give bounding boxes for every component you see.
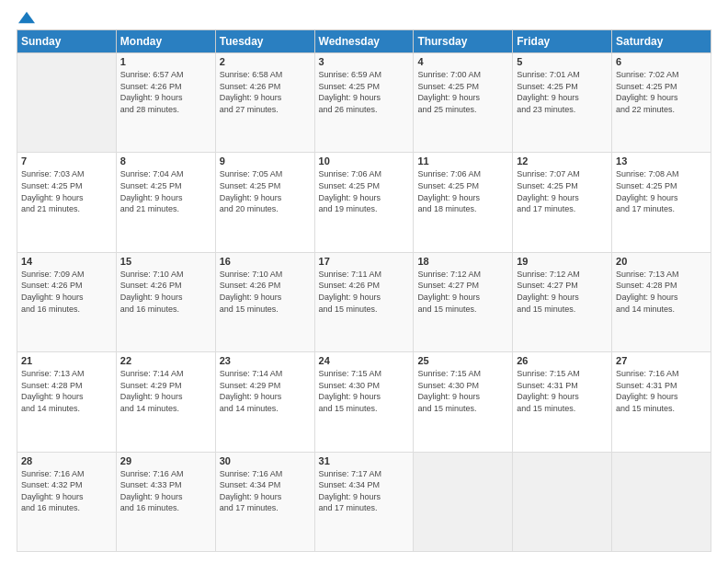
day-number: 16 [220,256,311,267]
day-info: Sunrise: 7:09 AM Sunset: 4:26 PM Dayligh… [21,269,112,315]
day-number: 5 [517,56,608,67]
day-info: Sunrise: 7:13 AM Sunset: 4:28 PM Dayligh… [616,269,707,315]
day-number: 14 [21,256,112,267]
calendar-week-row: 7Sunrise: 7:03 AM Sunset: 4:25 PM Daylig… [17,153,711,252]
day-info: Sunrise: 7:11 AM Sunset: 4:26 PM Dayligh… [319,269,410,315]
day-number: 13 [616,155,707,167]
calendar-cell: 5Sunrise: 7:01 AM Sunset: 4:25 PM Daylig… [513,53,612,153]
day-number: 10 [319,155,410,167]
day-number: 4 [417,56,508,67]
calendar-cell [612,452,711,551]
day-info: Sunrise: 7:16 AM Sunset: 4:31 PM Dayligh… [616,368,707,414]
day-number: 23 [220,355,311,366]
calendar-header-sunday: Sunday [17,30,117,53]
svg-marker-0 [18,12,35,24]
calendar-week-row: 21Sunrise: 7:13 AM Sunset: 4:28 PM Dayli… [17,352,711,452]
calendar-week-row: 14Sunrise: 7:09 AM Sunset: 4:26 PM Dayli… [17,252,711,351]
day-number: 7 [21,155,112,167]
day-number: 29 [120,455,211,466]
day-info: Sunrise: 7:05 AM Sunset: 4:25 PM Dayligh… [220,168,311,214]
calendar-cell: 14Sunrise: 7:09 AM Sunset: 4:26 PM Dayli… [17,252,117,351]
day-info: Sunrise: 7:14 AM Sunset: 4:29 PM Dayligh… [120,368,211,414]
day-number: 31 [319,455,410,466]
calendar-cell: 12Sunrise: 7:07 AM Sunset: 4:25 PM Dayli… [513,153,612,252]
day-info: Sunrise: 6:58 AM Sunset: 4:26 PM Dayligh… [220,69,311,115]
day-info: Sunrise: 7:12 AM Sunset: 4:27 PM Dayligh… [417,269,508,315]
day-number: 24 [319,355,410,366]
calendar-cell: 13Sunrise: 7:08 AM Sunset: 4:25 PM Dayli… [612,153,711,252]
calendar-cell: 17Sunrise: 7:11 AM Sunset: 4:26 PM Dayli… [314,252,414,351]
day-number: 18 [417,256,508,267]
calendar-cell: 24Sunrise: 7:15 AM Sunset: 4:30 PM Dayli… [314,352,414,452]
calendar-cell [414,452,513,551]
calendar-header-wednesday: Wednesday [314,30,414,53]
calendar-cell: 10Sunrise: 7:06 AM Sunset: 4:25 PM Dayli… [314,153,414,252]
day-info: Sunrise: 7:10 AM Sunset: 4:26 PM Dayligh… [220,269,311,315]
day-number: 19 [517,256,608,267]
calendar-cell: 22Sunrise: 7:14 AM Sunset: 4:29 PM Dayli… [116,352,215,452]
day-info: Sunrise: 7:00 AM Sunset: 4:25 PM Dayligh… [417,69,508,115]
day-number: 20 [616,256,707,267]
day-number: 2 [220,56,311,67]
day-info: Sunrise: 7:02 AM Sunset: 4:25 PM Dayligh… [616,69,707,115]
calendar-cell: 27Sunrise: 7:16 AM Sunset: 4:31 PM Dayli… [612,352,711,452]
calendar-cell: 29Sunrise: 7:16 AM Sunset: 4:33 PM Dayli… [116,452,215,551]
day-info: Sunrise: 7:15 AM Sunset: 4:30 PM Dayligh… [417,368,508,414]
calendar-header-friday: Friday [513,30,612,53]
day-info: Sunrise: 7:04 AM Sunset: 4:25 PM Dayligh… [120,168,211,214]
calendar-cell: 11Sunrise: 7:06 AM Sunset: 4:25 PM Dayli… [414,153,513,252]
day-info: Sunrise: 6:57 AM Sunset: 4:26 PM Dayligh… [120,69,211,115]
calendar-week-row: 28Sunrise: 7:16 AM Sunset: 4:32 PM Dayli… [17,452,711,551]
day-number: 30 [220,455,311,466]
day-number: 25 [417,355,508,366]
calendar-header-monday: Monday [116,30,215,53]
calendar-cell: 4Sunrise: 7:00 AM Sunset: 4:25 PM Daylig… [414,53,513,153]
day-number: 26 [517,355,608,366]
day-number: 12 [517,155,608,167]
calendar-header-thursday: Thursday [414,30,513,53]
day-info: Sunrise: 7:15 AM Sunset: 4:30 PM Dayligh… [319,368,410,414]
day-info: Sunrise: 7:07 AM Sunset: 4:25 PM Dayligh… [517,168,608,214]
calendar-cell: 21Sunrise: 7:13 AM Sunset: 4:28 PM Dayli… [17,352,117,452]
calendar-cell [513,452,612,551]
calendar-cell: 30Sunrise: 7:16 AM Sunset: 4:34 PM Dayli… [215,452,314,551]
calendar-header-row: SundayMondayTuesdayWednesdayThursdayFrid… [17,30,711,53]
calendar-cell: 28Sunrise: 7:16 AM Sunset: 4:32 PM Dayli… [17,452,117,551]
calendar-cell: 9Sunrise: 7:05 AM Sunset: 4:25 PM Daylig… [215,153,314,252]
logo [17,11,35,24]
calendar-cell: 25Sunrise: 7:15 AM Sunset: 4:30 PM Dayli… [414,352,513,452]
day-info: Sunrise: 7:15 AM Sunset: 4:31 PM Dayligh… [517,368,608,414]
day-number: 11 [417,155,508,167]
calendar-cell: 31Sunrise: 7:17 AM Sunset: 4:34 PM Dayli… [314,452,414,551]
day-info: Sunrise: 7:16 AM Sunset: 4:32 PM Dayligh… [21,468,112,514]
day-number: 8 [120,155,211,167]
day-number: 3 [319,56,410,67]
calendar-cell: 26Sunrise: 7:15 AM Sunset: 4:31 PM Dayli… [513,352,612,452]
calendar-cell: 6Sunrise: 7:02 AM Sunset: 4:25 PM Daylig… [612,53,711,153]
day-number: 27 [616,355,707,366]
day-number: 28 [21,455,112,466]
calendar-header-tuesday: Tuesday [215,30,314,53]
day-number: 22 [120,355,211,366]
calendar-cell: 7Sunrise: 7:03 AM Sunset: 4:25 PM Daylig… [17,153,117,252]
day-info: Sunrise: 7:06 AM Sunset: 4:25 PM Dayligh… [417,168,508,214]
calendar-cell: 8Sunrise: 7:04 AM Sunset: 4:25 PM Daylig… [116,153,215,252]
header [17,11,711,24]
page: SundayMondayTuesdayWednesdayThursdayFrid… [0,0,728,563]
calendar-week-row: 1Sunrise: 6:57 AM Sunset: 4:26 PM Daylig… [17,53,711,153]
calendar-cell: 19Sunrise: 7:12 AM Sunset: 4:27 PM Dayli… [513,252,612,351]
day-info: Sunrise: 7:06 AM Sunset: 4:25 PM Dayligh… [319,168,410,214]
calendar-cell: 16Sunrise: 7:10 AM Sunset: 4:26 PM Dayli… [215,252,314,351]
calendar-cell: 15Sunrise: 7:10 AM Sunset: 4:26 PM Dayli… [116,252,215,351]
calendar-cell [17,53,117,153]
calendar-cell: 1Sunrise: 6:57 AM Sunset: 4:26 PM Daylig… [116,53,215,153]
day-info: Sunrise: 7:14 AM Sunset: 4:29 PM Dayligh… [220,368,311,414]
day-info: Sunrise: 7:03 AM Sunset: 4:25 PM Dayligh… [21,168,112,214]
day-info: Sunrise: 7:13 AM Sunset: 4:28 PM Dayligh… [21,368,112,414]
day-number: 21 [21,355,112,366]
day-number: 17 [319,256,410,267]
calendar-header-saturday: Saturday [612,30,711,53]
day-number: 1 [120,56,211,67]
day-info: Sunrise: 7:10 AM Sunset: 4:26 PM Dayligh… [120,269,211,315]
day-info: Sunrise: 7:01 AM Sunset: 4:25 PM Dayligh… [517,69,608,115]
